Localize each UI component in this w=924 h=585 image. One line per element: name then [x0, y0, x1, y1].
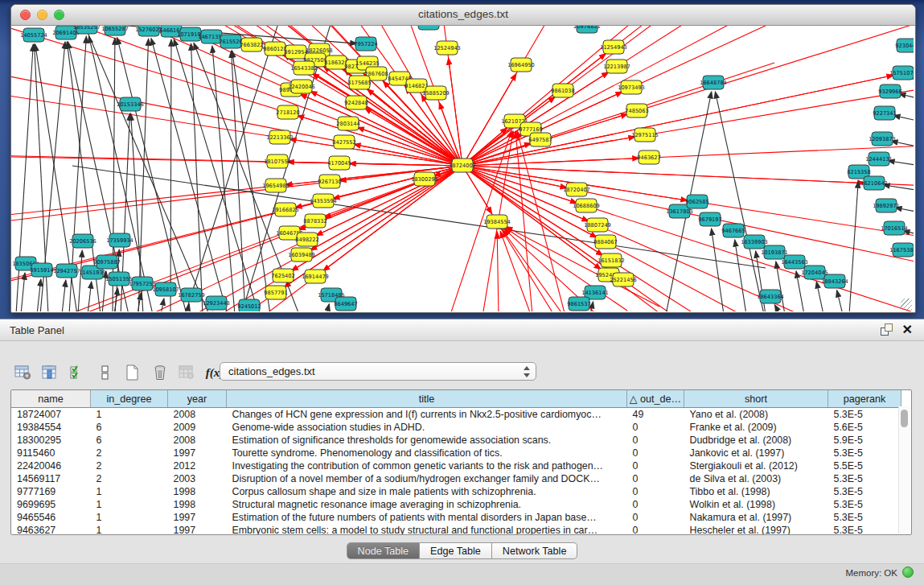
graph-node[interactable]: 2803144 [336, 117, 359, 130]
graph-node[interactable]: 16210643 [860, 176, 888, 190]
table-cell[interactable]: 5.3E-5 [828, 524, 901, 535]
graph-node[interactable]: 9861537 [567, 297, 590, 311]
column-chooser-icon[interactable] [39, 362, 63, 383]
graph-node[interactable]: 3175685 [347, 76, 371, 89]
table-cell[interactable]: Tourette syndrome. Phenomenology and cla… [227, 447, 627, 459]
table-row[interactable]: 2242004622012Investigating the contribut… [11, 459, 901, 472]
tab-network-table[interactable]: Network Table [492, 542, 578, 559]
graph-node[interactable]: 10958107 [152, 282, 179, 296]
graph-node[interactable]: 18300295 [411, 172, 438, 186]
graph-node[interactable]: 11675386 [889, 243, 914, 257]
table-cell[interactable]: 49 [627, 408, 684, 422]
graph-node[interactable]: 12942757 [53, 264, 80, 278]
column-header-title[interactable]: title [227, 390, 627, 408]
column-header-in_degree[interactable]: in_degree [91, 390, 168, 408]
graph-node[interactable]: 18724007 [449, 159, 476, 172]
graph-node[interactable]: 90975887 [93, 255, 121, 269]
table-cell[interactable]: 0 [627, 524, 684, 535]
table-cell[interactable]: 9463627 [11, 524, 91, 535]
tab-edge-table[interactable]: Edge Table [420, 542, 492, 559]
table-cell[interactable]: 14569117 [11, 472, 91, 485]
graph-node[interactable]: 12923448 [203, 296, 230, 310]
table-row[interactable]: 1456911722003Disruption of a novel membe… [11, 472, 901, 485]
float-panel-icon[interactable] [881, 323, 893, 336]
table-cell[interactable]: 9777169 [11, 485, 91, 498]
table-cell[interactable]: de Silva et al. (2003) [684, 472, 828, 485]
graph-node[interactable]: 2718120 [276, 105, 299, 119]
table-cell[interactable]: 18724007 [11, 408, 91, 422]
graph-node[interactable]: 18720407 [563, 183, 590, 196]
graph-node[interactable]: 20153346 [117, 97, 144, 111]
graph-node[interactable]: 18535257 [73, 26, 101, 34]
table-cell[interactable]: Corpus callosum shape and size in male p… [227, 485, 627, 498]
graph-node[interactable]: 9062585 [685, 195, 708, 208]
new-file-icon[interactable] [121, 362, 145, 383]
merge-rows-icon[interactable] [93, 362, 117, 383]
graph-node[interactable]: 10655287 [101, 26, 129, 35]
table-settings-icon[interactable] [11, 362, 35, 383]
graph-node[interactable]: 11254943 [600, 40, 627, 54]
graph-node[interactable]: 7485063 [625, 104, 648, 117]
table-cell[interactable]: 5.5E-5 [828, 459, 901, 472]
graph-node[interactable]: 16914479 [302, 270, 329, 283]
table-cell[interactable]: 1 [91, 524, 168, 535]
table-cell[interactable]: 2012 [168, 459, 227, 472]
table-cell[interactable]: Yano et al. (2008) [684, 408, 828, 422]
table-cell[interactable]: 1998 [168, 485, 227, 498]
window-titlebar[interactable]: citations_edges.txt [11, 5, 915, 26]
graph-node[interactable]: 16543382 [290, 61, 318, 75]
column-header-out_de[interactable]: △ out_de… [627, 390, 684, 408]
graph-node[interactable]: 18643364 [757, 290, 784, 303]
table-cell[interactable]: 9699695 [11, 498, 91, 511]
graph-node[interactable]: 7957224 [354, 37, 377, 51]
table-cell[interactable]: 5.3E-5 [828, 447, 901, 459]
table-cell[interactable]: Wolkin et al. (1998) [684, 498, 828, 511]
graph-node[interactable]: 19654983 [262, 179, 290, 192]
graph-node[interactable]: 7663822 [240, 38, 263, 51]
table-cell[interactable]: Nakamura et al. (1997) [684, 511, 828, 524]
graph-node[interactable]: 9227341 [873, 106, 896, 120]
graph-node[interactable]: 9245012 [237, 299, 261, 311]
graph-node[interactable]: 14055724 [20, 28, 47, 42]
table-cell[interactable]: Changes of HCN gene expression and I(f) … [227, 408, 627, 422]
table-cell[interactable]: Estimation of the future numbers of pati… [227, 511, 627, 524]
table-cell[interactable]: 1 [91, 408, 168, 422]
graph-node[interactable]: 8498222 [295, 233, 318, 246]
graph-node[interactable]: 12444131 [865, 152, 893, 166]
graph-node[interactable]: 9230442 [895, 39, 914, 52]
table-cell[interactable]: 1 [91, 511, 168, 524]
graph-node[interactable]: 7625402 [271, 269, 294, 282]
graph-node[interactable]: 9242848 [344, 96, 368, 109]
table-cell[interactable]: Franke et al. (2009) [684, 421, 828, 434]
table-cell[interactable]: 5.9E-5 [828, 434, 901, 447]
graph-node[interactable]: 16648784 [700, 76, 727, 89]
table-row[interactable]: 1830029562008Estimation of significance … [11, 434, 901, 447]
graph-node[interactable]: 8427552 [332, 135, 355, 149]
graph-node[interactable]: 16964950 [507, 58, 535, 72]
graph-node[interactable]: 15885209 [422, 86, 450, 100]
graph-node[interactable]: 19892971 [873, 199, 900, 212]
table-cell[interactable]: 9465546 [11, 511, 91, 524]
graph-node[interactable]: 12213987 [603, 60, 630, 73]
table-row[interactable]: 946554611997Estimation of the future num… [11, 511, 901, 524]
graph-node[interactable]: 12975115 [631, 128, 659, 142]
graph-node[interactable]: 9884067 [593, 235, 617, 249]
table-cell[interactable]: Investigating the contribution of common… [227, 459, 627, 472]
table-cell[interactable]: 18300295 [11, 434, 91, 447]
graph-node[interactable]: 16039489 [288, 248, 315, 262]
graph-node[interactable]: 9329966 [878, 84, 901, 98]
graph-node[interactable]: 15751074 [889, 66, 914, 80]
table-cell[interactable]: 0 [627, 447, 684, 459]
table-row[interactable]: 946362711997Embryonic stem cells: a mode… [11, 524, 901, 535]
table-row[interactable]: 969969511998Structural magnetic resonanc… [11, 498, 901, 511]
table-cell[interactable]: 5.6E-5 [828, 421, 901, 434]
graph-node[interactable]: 19384554 [483, 215, 511, 229]
table-cell[interactable]: Hescheler et al. (1997) [684, 524, 828, 535]
table-cell[interactable]: 0 [627, 434, 684, 447]
graph-node[interactable]: 12093873 [869, 132, 896, 146]
table-cell[interactable]: 1997 [168, 524, 227, 535]
graph-node[interactable]: 10973493 [618, 80, 645, 94]
table-cell[interactable]: 9115460 [11, 447, 91, 459]
table-cell[interactable]: Disruption of a novel member of a sodium… [227, 472, 627, 485]
table-cell[interactable]: 6 [91, 434, 168, 447]
